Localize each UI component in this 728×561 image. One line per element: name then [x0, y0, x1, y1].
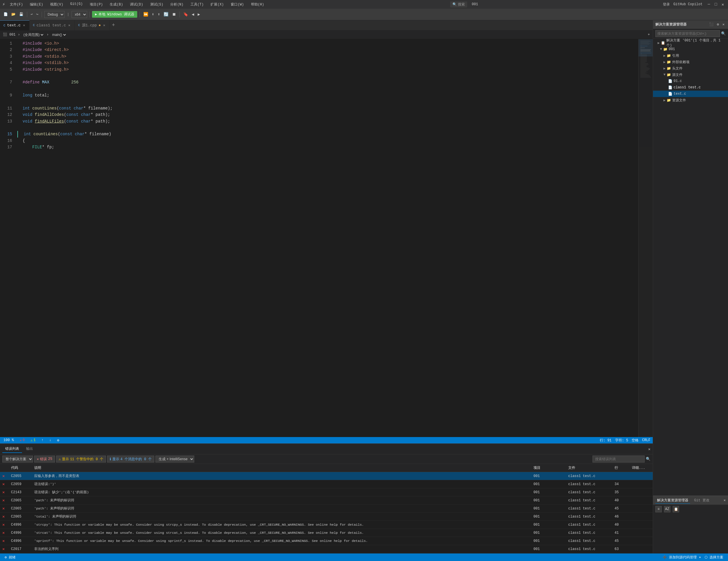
maximize-btn[interactable]: □ [713, 1, 719, 7]
start-debug-btn[interactable]: ▶ 本地 Windows 调试器 [92, 11, 137, 18]
scope-dropdown[interactable]: (全局范围) [22, 32, 44, 37]
space-info[interactable]: 空格 [632, 438, 639, 443]
collapse-arrow-15[interactable]: ▼ [48, 133, 49, 136]
col-line[interactable]: 行 [612, 465, 630, 470]
bookmark-btn[interactable]: 🔖 [182, 11, 189, 17]
new-tab-btn[interactable]: + [110, 22, 118, 28]
arch-dropdown[interactable]: x64 [71, 11, 87, 18]
redo-btn[interactable]: ↪ [35, 12, 39, 17]
menu-git[interactable]: Git(G) [69, 1, 84, 8]
tab-close-class1[interactable]: ✕ [68, 23, 71, 28]
error-row[interactable]: ✕ C2143 语法错误: 缺少';'(在'{'的前面) 001 class1 … [0, 488, 653, 496]
error-search-input[interactable] [593, 456, 645, 463]
close-btn[interactable]: ✕ [720, 1, 726, 7]
prop-sort-btn[interactable]: AZ [664, 506, 670, 512]
error-row[interactable]: ✕ C2065 'path': 未声明的标识符 001 class1 test.… [0, 496, 653, 505]
col-file[interactable]: 文件 [566, 465, 612, 470]
minimize-btn[interactable]: ─ [706, 1, 712, 7]
error-row[interactable]: ✕ C2065 'path': 未声明的标识符 001 class1 test.… [0, 505, 653, 513]
tree-solution-root[interactable]: ▶ 📋 解决方案 '001'(1 个项目，共 1 个) [653, 40, 728, 46]
error-row[interactable]: ✕ C4996 'strcat': This function or varia… [0, 529, 653, 537]
error-row[interactable]: ✕ C4996 'strcpy': This function or varia… [0, 521, 653, 529]
scope-filter-dropdown[interactable]: 整个解决方案 [2, 456, 33, 463]
nav-fwd-btn[interactable]: ▶ [197, 11, 201, 17]
col-desc[interactable]: 说明 [32, 465, 531, 470]
tab-close-text-c[interactable]: ✕ [22, 23, 25, 28]
menu-tools[interactable]: 工具(T) [189, 1, 205, 8]
prop-categorize-btn[interactable]: ≡ [655, 506, 662, 512]
menu-test[interactable]: 测试(S) [149, 1, 165, 8]
error-filter-btn[interactable]: ✕ 错误 25 [34, 456, 55, 463]
warning-filter-btn[interactable]: ⚠ 显示 11 个警告中的 0 个 [56, 456, 106, 463]
menu-window[interactable]: 窗口(W) [230, 1, 245, 8]
menu-build[interactable]: 生成(B) [109, 1, 124, 8]
se-filter-btn[interactable]: ⚙ [716, 22, 720, 27]
tree-headers[interactable]: ▶ 📁 头文件 [653, 65, 728, 71]
step-out-btn[interactable]: ⬆ [157, 11, 161, 17]
rp-close-btn[interactable]: ✕ [724, 498, 726, 503]
menu-debug[interactable]: 调试(D) [129, 1, 144, 8]
menu-file[interactable]: 文件(F) [9, 1, 24, 8]
char-info[interactable]: 字符: 5 [615, 438, 628, 443]
menu-view[interactable]: 视图(V) [49, 1, 65, 8]
col-detail[interactable]: 详细... [630, 465, 653, 470]
open-btn[interactable]: 📂 [10, 12, 17, 17]
solution-search-input[interactable] [655, 30, 720, 37]
tree-file-01c[interactable]: 📄 01.c [653, 78, 728, 84]
tab-class1[interactable]: C class1 test.c ✕ [30, 20, 75, 30]
stop-btn[interactable]: ⏹ [171, 12, 177, 17]
undo-btn[interactable]: ↩ [30, 12, 34, 17]
nav-back-btn[interactable]: ◀ [190, 11, 195, 17]
build-source-dropdown[interactable]: 生成 + IntelliSense [155, 456, 194, 463]
split-btn[interactable]: + [648, 33, 650, 37]
menu-project[interactable]: 项目(P) [89, 1, 104, 8]
tab-text-c[interactable]: C text.c ✕ [0, 20, 30, 30]
nav-up[interactable]: ↑ [40, 438, 45, 442]
col-project[interactable]: 项目 [531, 465, 566, 470]
se-collapse-btn[interactable]: ⬛ [708, 22, 715, 27]
line-ending[interactable]: CRLF [642, 438, 650, 442]
tree-resources[interactable]: ▶ 📁 资源文件 [653, 97, 728, 103]
function-dropdown[interactable]: main() [51, 32, 67, 37]
solution-picker-btn[interactable]: ⬡ 选择方案 [705, 555, 723, 560]
warning-status[interactable]: ⚠ 1 [29, 438, 36, 443]
debug-config-dropdown[interactable]: Debug [44, 11, 65, 18]
zoom-status[interactable]: 100 % [2, 438, 15, 442]
col-code[interactable]: 代码 [9, 465, 32, 470]
panel-close-btn[interactable]: ✕ [648, 447, 650, 452]
info-filter-btn[interactable]: ℹ 显示 4 个消息中的 0 个 [107, 456, 154, 463]
source-control-btn[interactable]: ➕ 添加到源代码管理 ▾ [663, 555, 701, 560]
tab-output[interactable]: 输出 [23, 445, 36, 453]
format-icon[interactable]: ⚙ [56, 438, 60, 443]
menu-edit[interactable]: 编辑(E) [29, 1, 44, 8]
step-in-btn[interactable]: ⬇ [151, 11, 155, 17]
menu-analyze[interactable]: 分析(N) [169, 1, 185, 8]
search-bar[interactable]: 🔍 搜索 [450, 1, 467, 8]
restart-btn[interactable]: 🔄 [162, 11, 170, 17]
copilot-text[interactable]: GitHub Copilot [673, 2, 703, 6]
tab-error-list[interactable]: 错误列表 [2, 445, 22, 453]
error-row[interactable]: ✕ C4996 'sprintf': This function or vari… [0, 537, 653, 545]
tab-close-source1[interactable]: ✕ [102, 23, 106, 28]
step-over-btn[interactable]: ⏩ [142, 11, 149, 17]
se-close-btn[interactable]: ✕ [721, 22, 726, 27]
save-btn[interactable]: 💾 [18, 12, 25, 17]
tree-references[interactable]: ▶ 📁 引用 [653, 52, 728, 59]
minimap[interactable] [638, 39, 653, 437]
line-info[interactable]: 行: 91 [600, 438, 612, 443]
login-text[interactable]: 登录 [663, 2, 670, 7]
rp-tab-solution[interactable]: 解决方案资源管理器 [655, 497, 690, 504]
error-status[interactable]: ✕ 0 [19, 438, 26, 443]
nav-down[interactable]: ↓ [48, 438, 52, 442]
tab-source1[interactable]: C 源1.cpp ● ✕ [75, 20, 110, 30]
tree-ext-deps[interactable]: ▶ 📁 外部依赖项 [653, 59, 728, 65]
error-row[interactable]: ✕ C2065 'total': 未声明的标识符 001 class1 test… [0, 513, 653, 521]
new-file-btn[interactable]: 📄 [2, 12, 9, 17]
prop-pages-btn[interactable]: 📋 [673, 506, 679, 512]
menu-extensions[interactable]: 扩展(X) [209, 1, 225, 8]
tree-source-files[interactable]: ▼ 📁 源文件 [653, 71, 728, 78]
error-row[interactable]: ✕ C2055 应输入形参表，而不是类型表 001 class1 test.c [0, 472, 653, 480]
tree-file-class1[interactable]: 📄 class1 test.c [653, 84, 728, 91]
tree-file-textc[interactable]: 📄 text.c [653, 91, 728, 97]
menu-help[interactable]: 帮助(H) [250, 1, 265, 8]
